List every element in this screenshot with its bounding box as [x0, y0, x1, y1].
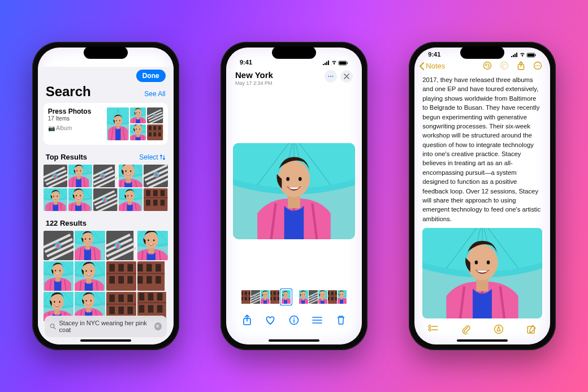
home-indicator[interactable]: [80, 339, 131, 342]
phone-photo-detail: 9:41 New York May 17 2:34 PM: [220, 42, 368, 350]
photo-thumb[interactable]: [93, 188, 117, 211]
photo-thumb[interactable]: [119, 165, 142, 187]
photo-thumb[interactable]: [68, 188, 92, 211]
album-type: 📷 Album: [48, 125, 102, 131]
filmstrip-thumb[interactable]: [299, 290, 308, 304]
filmstrip-thumb[interactable]: [318, 290, 327, 304]
photo-thumb[interactable]: [106, 231, 137, 260]
photo-thumb[interactable]: [44, 165, 67, 187]
pencil-tip-icon: [494, 324, 504, 334]
phone-notes: 9:41 Notes 2017, they have released thre…: [409, 42, 556, 350]
close-icon: [344, 74, 349, 79]
filmstrip-thumb[interactable]: [270, 290, 279, 304]
info-button[interactable]: [286, 312, 302, 329]
filmstrip-thumb-selected[interactable]: [282, 290, 291, 304]
sort-icon: [160, 154, 166, 160]
draw-button[interactable]: [492, 323, 505, 335]
more-icon[interactable]: [533, 61, 542, 70]
undo-icon[interactable]: [483, 61, 492, 70]
ellipsis-icon: [327, 73, 334, 80]
photo-toolbar: [233, 308, 355, 338]
svg-point-26: [332, 76, 333, 77]
status-time: 9:41: [428, 51, 440, 58]
album-count: 17 Items: [48, 115, 102, 122]
clear-search-icon[interactable]: ✕: [154, 322, 162, 330]
photo-thumb[interactable]: [119, 188, 142, 211]
back-button[interactable]: Notes: [419, 62, 445, 70]
svg-point-24: [328, 76, 329, 77]
all-results-grid: [44, 231, 168, 321]
attach-button[interactable]: [460, 323, 472, 335]
photo-thumb[interactable]: [137, 231, 168, 260]
photo-location: New York: [235, 70, 273, 80]
checklist-button[interactable]: [427, 323, 439, 335]
checklist-icon: [428, 325, 438, 334]
compose-button[interactable]: [525, 323, 538, 335]
delete-button[interactable]: [332, 312, 349, 329]
sliders-icon: [312, 316, 322, 324]
status-indicators: [511, 53, 537, 58]
photo-thumb[interactable]: [93, 165, 117, 187]
filmstrip-thumb[interactable]: [241, 290, 250, 304]
filmstrip-thumb[interactable]: [338, 290, 347, 304]
svg-point-29: [293, 318, 295, 319]
filmstrip-thumb[interactable]: [328, 290, 337, 304]
svg-point-36: [539, 65, 540, 66]
top-results-label: Top Results: [46, 153, 87, 161]
trash-icon: [336, 315, 345, 325]
status-time: 9:41: [240, 59, 252, 66]
results-count: 122 Results: [44, 216, 168, 231]
redo-icon[interactable]: [500, 61, 509, 70]
filmstrip-thumb[interactable]: [309, 290, 318, 304]
select-link[interactable]: Select: [139, 153, 165, 161]
info-icon: [289, 315, 299, 325]
adjust-button[interactable]: [309, 312, 326, 329]
filmstrip-thumb[interactable]: [261, 290, 270, 304]
home-indicator[interactable]: [457, 339, 508, 342]
photo-thumb[interactable]: [137, 261, 168, 291]
share-icon[interactable]: [517, 61, 525, 71]
share-button[interactable]: [239, 312, 256, 329]
share-icon: [242, 315, 252, 326]
search-icon: [50, 323, 56, 330]
heart-icon: [265, 315, 276, 325]
svg-point-38: [429, 329, 431, 331]
close-button[interactable]: [340, 70, 353, 83]
photo-main[interactable]: [233, 143, 355, 239]
svg-point-34: [535, 65, 537, 66]
photo-thumb[interactable]: [75, 231, 105, 260]
photo-thumb[interactable]: [68, 165, 92, 187]
svg-point-37: [429, 325, 431, 328]
dynamic-island: [84, 46, 128, 59]
note-text: 2017, they have released three albums an…: [422, 76, 541, 222]
svg-point-25: [330, 76, 331, 77]
photo-thumb[interactable]: [44, 261, 74, 291]
dynamic-island: [460, 46, 504, 59]
album-thumbnails: [107, 107, 163, 140]
album-result-card[interactable]: Press Photos 17 Items 📷 Album: [44, 103, 168, 145]
compose-icon: [526, 324, 537, 334]
search-query-text: Stacey in NYC wearing her pink coat: [59, 320, 151, 333]
home-indicator[interactable]: [269, 339, 319, 342]
photo-thumb[interactable]: [44, 231, 74, 260]
chevron-left-icon: [419, 62, 425, 70]
search-input[interactable]: Stacey in NYC wearing her pink coat ✕: [45, 316, 167, 337]
photo-thumb[interactable]: [75, 261, 105, 291]
see-all-link[interactable]: See All: [144, 90, 165, 98]
photo-thumb[interactable]: [144, 165, 167, 187]
done-button[interactable]: Done: [136, 70, 166, 82]
top-results-grid: [44, 165, 168, 211]
status-indicators: [323, 61, 348, 66]
more-button[interactable]: [325, 70, 337, 83]
photo-thumb[interactable]: [44, 188, 67, 211]
filmstrip-thumb[interactable]: [251, 290, 260, 304]
phone-photos-search: 9:41 Done Search See All Press Photos 17…: [32, 42, 179, 350]
photo-thumb[interactable]: [144, 188, 167, 211]
favorite-button[interactable]: [262, 312, 279, 329]
filmstrip[interactable]: [233, 288, 355, 308]
album-name: Press Photos: [48, 107, 102, 115]
paperclip-icon: [461, 324, 470, 334]
photo-thumb[interactable]: [106, 261, 137, 291]
note-body[interactable]: 2017, they have released three albums an…: [414, 73, 550, 318]
note-image[interactable]: [422, 228, 542, 318]
